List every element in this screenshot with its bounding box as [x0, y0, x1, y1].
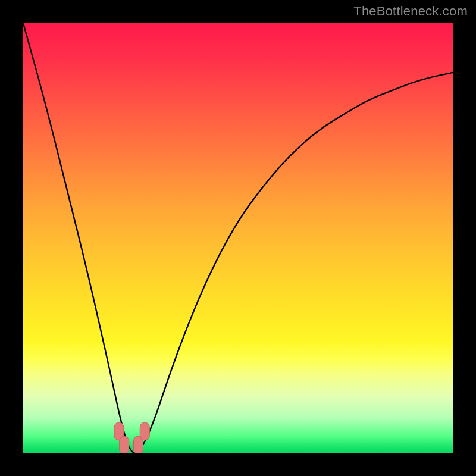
- plot-area: [23, 23, 453, 453]
- curve-marker: [120, 436, 129, 453]
- marker-group: [114, 422, 149, 453]
- chart-svg: [23, 23, 453, 453]
- chart-frame: TheBottleneck.com: [0, 0, 476, 476]
- watermark-text: TheBottleneck.com: [353, 4, 468, 19]
- bottleneck-curve-path: [23, 23, 453, 453]
- curve-marker: [140, 422, 149, 440]
